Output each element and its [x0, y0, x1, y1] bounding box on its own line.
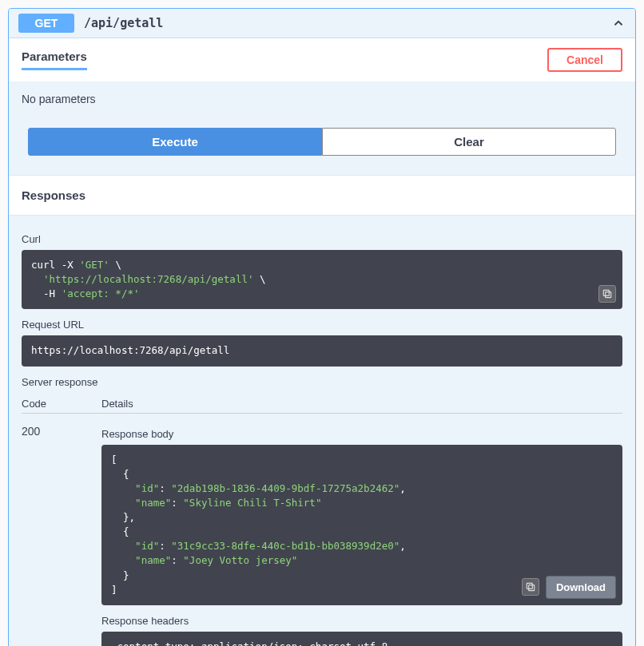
code-column-header: Code — [22, 398, 70, 410]
response-details: Response body [ { "id": "2dab198b-1836-4… — [101, 423, 622, 647]
request-url-text: https://localhost:7268/api/getall — [31, 344, 229, 356]
body-comma: , — [400, 482, 406, 494]
endpoint-path: /api/getall — [84, 16, 163, 30]
curl-backslash: \ — [253, 273, 265, 285]
curl-accept: 'accept: */*' — [62, 287, 140, 299]
curl-code-block: curl -X 'GET' \ 'https://localhost:7268/… — [22, 250, 622, 309]
no-parameters-text: No parameters — [22, 93, 622, 105]
copy-body-icon[interactable] — [522, 578, 539, 596]
curl-method: 'GET' — [79, 259, 109, 271]
body-colon: : — [159, 482, 171, 494]
body-colon: : — [159, 540, 171, 552]
curl-backslash: \ — [109, 259, 121, 271]
body-line: ] — [111, 584, 117, 596]
body-comma: , — [400, 540, 406, 552]
body-key: "name" — [111, 554, 171, 566]
response-body-label: Response body — [101, 428, 622, 440]
action-buttons-row: Execute Clear — [22, 128, 622, 156]
body-line: { — [111, 468, 129, 480]
body-key: "name" — [111, 497, 171, 509]
body-value: "2dab198b-1836-4409-9bdf-17275a2b2462" — [171, 482, 400, 494]
svg-rect-1 — [603, 291, 609, 296]
body-line: { — [111, 525, 129, 537]
server-response-label: Server response — [22, 376, 622, 388]
request-url-label: Request URL — [22, 319, 622, 331]
body-value: "Skyline Chili T-Shirt" — [183, 497, 321, 509]
body-colon: : — [171, 497, 183, 509]
chevron-up-icon[interactable] — [611, 16, 626, 30]
request-url-block: https://localhost:7268/api/getall — [22, 335, 622, 366]
method-badge: GET — [18, 14, 74, 33]
execute-button[interactable]: Execute — [28, 128, 322, 156]
details-column-header: Details — [101, 398, 133, 410]
body-line: }, — [111, 511, 135, 523]
body-colon: : — [171, 554, 183, 566]
curl-indent — [31, 287, 43, 299]
response-row: 200 Response body [ { "id": "2dab198b-18… — [22, 423, 622, 647]
body-value: "Joey Votto jersey" — [183, 554, 297, 566]
body-actions: Download — [522, 576, 616, 599]
responses-body: Curl curl -X 'GET' \ 'https://localhost:… — [9, 216, 635, 646]
parameters-section-header: Parameters Cancel — [9, 38, 635, 81]
body-value: "31c9cc33-8dfe-440c-bd1b-bb038939d2e0" — [171, 540, 400, 552]
svg-rect-3 — [527, 584, 532, 589]
body-key: "id" — [111, 482, 159, 494]
copy-curl-icon[interactable] — [598, 285, 616, 303]
svg-rect-0 — [606, 292, 611, 298]
parameters-body: No parameters Execute Clear — [9, 81, 635, 175]
svg-rect-2 — [529, 585, 535, 591]
cancel-button[interactable]: Cancel — [547, 48, 622, 72]
curl-text: curl -X — [31, 259, 79, 271]
curl-url: 'https://localhost:7268/api/getall' — [43, 273, 253, 285]
download-button[interactable]: Download — [546, 576, 616, 599]
responses-title: Responses — [9, 175, 635, 216]
body-key: "id" — [111, 540, 159, 552]
parameters-title: Parameters — [22, 50, 87, 70]
api-operation-panel: GET /api/getall Parameters Cancel No par… — [8, 8, 636, 646]
response-headers-text: content-type: application/json; charset=… — [111, 640, 394, 646]
clear-button[interactable]: Clear — [322, 128, 616, 156]
body-line: [ — [111, 454, 117, 466]
curl-label: Curl — [22, 233, 622, 245]
operation-header[interactable]: GET /api/getall — [9, 9, 635, 38]
curl-indent — [31, 273, 43, 285]
response-body-block: [ { "id": "2dab198b-1836-4409-9bdf-17275… — [101, 445, 622, 605]
response-headers-block: content-type: application/json; charset=… — [101, 632, 622, 646]
status-code: 200 — [22, 423, 70, 438]
curl-h-flag: -H — [43, 287, 62, 299]
response-table-header: Code Details — [22, 393, 622, 414]
response-headers-label: Response headers — [101, 615, 622, 627]
body-line: } — [111, 569, 129, 581]
